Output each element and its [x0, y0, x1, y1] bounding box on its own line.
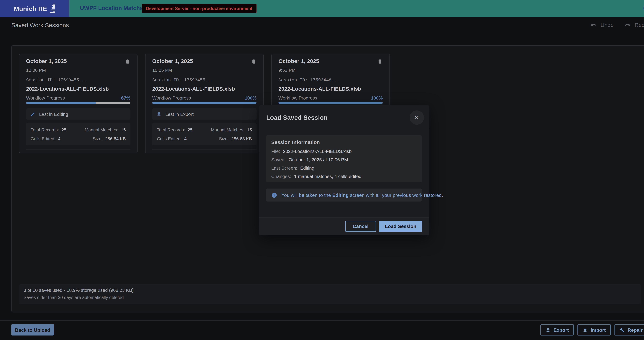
- saved-label: Saved:: [271, 157, 286, 162]
- session-information-title: Session Information: [271, 139, 417, 145]
- last-accessed: Last accessed: Just now: [160, 153, 208, 153]
- export-button[interactable]: Export: [540, 324, 574, 336]
- cells-edited-label: Cells Edited:: [157, 136, 182, 141]
- redo-button[interactable]: Redo: [624, 22, 644, 28]
- session-card-1[interactable]: October 1, 2025 10:06 PM Session ID: 175…: [19, 54, 138, 153]
- progress-bar: [152, 102, 256, 104]
- close-icon[interactable]: ✕: [410, 110, 424, 125]
- total-records-value: 25: [62, 127, 66, 132]
- last-screen-status: Last in Export: [152, 108, 256, 120]
- progress-bar-fill: [26, 102, 96, 104]
- cells-edited-value: 4: [58, 136, 60, 141]
- footer-actions: Export Import Repair: [540, 324, 644, 336]
- undo-label: Undo: [600, 22, 614, 28]
- manual-matches-label: Manual Matches:: [211, 127, 244, 132]
- cancel-button[interactable]: Cancel: [345, 221, 376, 232]
- session-time: 10:05 PM: [152, 68, 256, 73]
- session-id: Session ID: 17593455...: [152, 78, 256, 83]
- redo-icon: [624, 22, 631, 28]
- session-time: 9:53 PM: [278, 68, 383, 73]
- manual-matches-value: 15: [121, 127, 126, 132]
- divider: [26, 149, 130, 150]
- munich-re-bars-icon: [50, 3, 56, 13]
- size-value: 286.63 KB: [231, 136, 252, 141]
- app-header: Munich RE UWPF Location Matcher Developm…: [0, 0, 644, 17]
- divider: [152, 149, 256, 150]
- storage-usage: 3 of 10 saves used • 18.9% storage used …: [24, 288, 636, 293]
- session-id: Session ID: 17593455...: [26, 78, 130, 83]
- cells-edited-label: Cells Edited:: [31, 136, 56, 141]
- export-label: Export: [554, 327, 569, 332]
- info-icon: [271, 192, 277, 198]
- delete-session-icon[interactable]: [125, 58, 130, 66]
- app-title: UWPF Location Matcher: [80, 5, 145, 11]
- clock-icon: [152, 153, 157, 153]
- undo-redo-group: Undo Redo: [590, 22, 644, 28]
- dialog-title: Load Saved Session: [266, 114, 328, 121]
- session-card-2[interactable]: October 1, 2025 10:05 PM Session ID: 175…: [145, 54, 264, 153]
- session-filename: 2022-Locations-ALL-FIELDS.xlsb: [278, 86, 383, 92]
- dialog-footer: Cancel Load Session: [259, 217, 429, 235]
- session-id: Session ID: 17593448...: [278, 78, 383, 83]
- repair-button[interactable]: Repair: [614, 324, 644, 336]
- storage-retention-note: Saves older than 30 days are automatical…: [24, 295, 636, 300]
- undo-button[interactable]: Undo: [590, 22, 614, 28]
- pencil-icon: [30, 112, 35, 117]
- repair-label: Repair: [628, 327, 643, 332]
- undo-icon: [590, 22, 597, 28]
- session-date: October 1, 2025: [26, 58, 67, 64]
- environment-badge: Development Server - non-productive envi…: [142, 4, 256, 13]
- brand-logo: Munich RE: [0, 0, 70, 17]
- cells-edited-value: 4: [184, 136, 187, 141]
- last-screen-label: Last Screen:: [271, 166, 297, 170]
- workflow-progress-percent: 100%: [371, 95, 383, 100]
- info-alert-text: You will be taken to the Editing screen …: [281, 192, 443, 197]
- load-session-button[interactable]: Load Session: [379, 221, 422, 232]
- progress-bar: [26, 102, 130, 104]
- last-screen-status: Last in Editing: [26, 108, 130, 120]
- redo-label: Redo: [634, 22, 644, 28]
- progress-bar-fill: [278, 102, 383, 104]
- session-stats: Total Records:25 Manual Matches:15 Cells…: [26, 123, 130, 145]
- download-icon: [546, 327, 550, 332]
- status-label: Last in Export: [165, 112, 194, 117]
- total-records-label: Total Records:: [31, 127, 59, 132]
- size-label: Size:: [219, 136, 229, 141]
- delete-session-icon[interactable]: [377, 58, 383, 66]
- clock-icon: [26, 153, 31, 153]
- session-filename: 2022-Locations-ALL-FIELDS.xlsb: [152, 86, 256, 92]
- workflow-progress-label: Workflow Progress: [152, 95, 191, 100]
- session-date: October 1, 2025: [278, 58, 319, 64]
- divider: [259, 128, 429, 128]
- download-icon: [156, 112, 162, 117]
- progress-bar: [278, 102, 383, 104]
- session-stats: Total Records:25 Manual Matches:15 Cells…: [152, 123, 256, 145]
- wrench-icon: [620, 327, 624, 332]
- file-value: 2022-Locations-ALL-FIELDS.xlsb: [283, 149, 352, 154]
- workflow-progress-percent: 67%: [121, 95, 130, 100]
- session-time: 10:06 PM: [26, 68, 130, 73]
- page-title: Saved Work Sessions: [11, 22, 69, 28]
- changes-value: 1 manual matches, 4 cells edited: [294, 174, 362, 179]
- upload-icon: [583, 327, 588, 332]
- manual-matches-label: Manual Matches:: [84, 127, 118, 132]
- session-information-box: Session Information File:2022-Locations-…: [266, 135, 422, 182]
- workflow-progress-label: Workflow Progress: [278, 95, 317, 100]
- info-alert: You will be taken to the Editing screen …: [266, 188, 422, 201]
- workflow-progress-label: Workflow Progress: [26, 95, 65, 100]
- help-button[interactable]: ?: [644, 3, 644, 13]
- storage-info: 3 of 10 saves used • 18.9% storage used …: [19, 284, 641, 304]
- workflow-progress-percent: 100%: [245, 95, 256, 100]
- progress-bar-fill: [152, 102, 256, 104]
- manual-matches-value: 15: [247, 127, 252, 132]
- total-records-label: Total Records:: [157, 127, 185, 132]
- saved-value: October 1, 2025 at 10:06 PM: [289, 157, 348, 162]
- back-to-upload-button[interactable]: Back to Upload: [11, 324, 54, 336]
- divider: [0, 320, 644, 321]
- changes-label: Changes:: [271, 174, 291, 179]
- session-filename: 2022-Locations-ALL-FIELDS.xlsb: [26, 86, 130, 92]
- total-records-value: 25: [188, 127, 192, 132]
- delete-session-icon[interactable]: [251, 58, 256, 66]
- import-button[interactable]: Import: [578, 324, 611, 336]
- import-label: Import: [591, 327, 606, 332]
